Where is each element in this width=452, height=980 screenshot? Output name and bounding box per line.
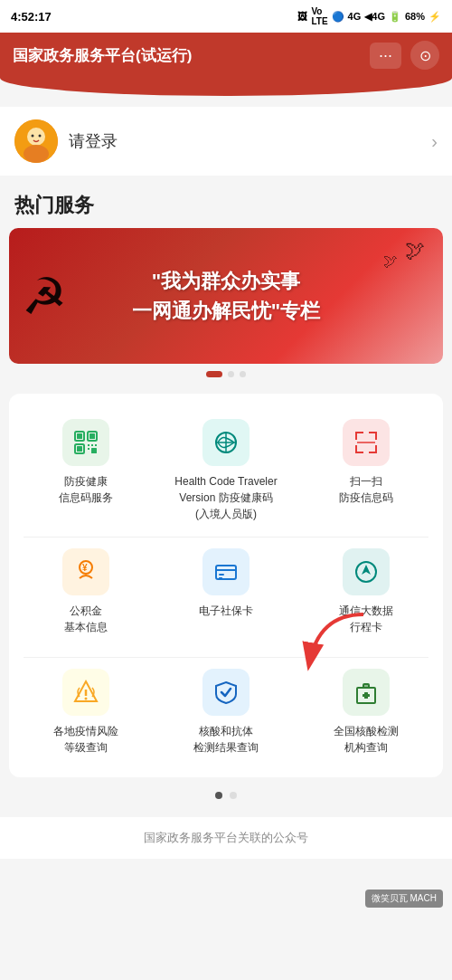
svg-rect-33 <box>219 577 222 578</box>
svg-rect-43 <box>363 694 370 697</box>
battery-level: 68% <box>405 11 425 22</box>
service-item-travel-card[interactable]: 通信大数据行程卡 <box>296 538 436 650</box>
dove-icon-2: 🕊 <box>383 253 398 270</box>
banner-dots <box>0 371 452 377</box>
svg-rect-13 <box>95 444 97 446</box>
nav-actions: ··· ⊙ <box>370 41 439 70</box>
traveler-label: Health Code TravelerVersion 防疫健康码(入境人员版) <box>174 473 277 522</box>
svg-rect-20 <box>355 432 357 440</box>
status-time: 4:52:17 <box>11 10 52 24</box>
page-dot-2 <box>230 792 237 799</box>
footer-text: 国家政务服务平台关联的公众号 <box>144 831 308 844</box>
housing-label: 公积金基本信息 <box>64 603 108 635</box>
social-security-label: 电子社保卡 <box>199 603 253 619</box>
service-item-housing[interactable]: ¥ 公积金基本信息 <box>16 538 156 650</box>
svg-rect-15 <box>91 448 97 453</box>
svg-rect-32 <box>219 574 224 576</box>
row2-container: ¥ 公积金基本信息 电子社保卡 <box>16 538 436 650</box>
login-section[interactable]: 请登录 › <box>0 107 452 176</box>
nav-title: 国家政务服务平台(试运行) <box>13 45 370 66</box>
banner-quote-line2: 一网通办解民忧"专栏 <box>132 296 320 326</box>
dot-3 <box>240 371 246 377</box>
test-query-label: 核酸和抗体检测结果查询 <box>193 723 259 756</box>
svg-rect-11 <box>88 444 89 446</box>
section-title: 热门服务 <box>0 176 452 228</box>
service-grid-row3: 各地疫情风险等级查询 核酸和抗体检测结果查询 全国 <box>16 658 436 770</box>
test-query-icon <box>202 669 250 716</box>
scan-button[interactable]: ⊙ <box>410 41 439 70</box>
scan-icon: ⊙ <box>419 47 431 64</box>
footer: 国家政务服务平台关联的公众号 <box>0 817 452 859</box>
service-grid-row2: ¥ 公积金基本信息 电子社保卡 <box>16 538 436 650</box>
party-emblem: ☭ <box>22 267 67 326</box>
svg-rect-22 <box>375 432 377 440</box>
battery-icon: 🔋 <box>389 11 401 23</box>
scan-qr-icon <box>343 419 390 466</box>
svg-point-1 <box>27 128 45 146</box>
travel-card-icon <box>343 548 390 595</box>
avatar <box>14 119 58 163</box>
svg-rect-14 <box>88 448 89 450</box>
travel-card-label: 通信大数据行程卡 <box>339 603 393 635</box>
svg-point-2 <box>24 145 49 163</box>
page-dot-1 <box>215 792 222 799</box>
traveler-icon <box>202 419 250 466</box>
svg-point-4 <box>39 135 42 138</box>
service-item-hospital[interactable]: 全国核酸检测机构查询 <box>296 658 436 770</box>
service-item-health-code[interactable]: 防疫健康信息码服务 <box>16 408 156 537</box>
chevron-right-icon: › <box>431 131 438 152</box>
dot-2 <box>228 371 234 377</box>
login-prompt: 请登录 <box>69 130 118 152</box>
banner-quote-line1: "我为群众办实事 <box>132 266 320 296</box>
banner[interactable]: ☭ "我为群众办实事 一网通办解民忧"专栏 🕊 🕊 <box>9 228 443 364</box>
wave-decoration <box>0 78 452 96</box>
svg-rect-10 <box>77 446 82 452</box>
banner-content: "我为群众办实事 一网通办解民忧"专栏 <box>132 266 320 326</box>
scan-qr-label: 扫一扫防疫信息码 <box>339 473 393 506</box>
svg-rect-24 <box>355 445 357 453</box>
service-card: 防疫健康信息码服务 Health Code TravelerVersion 防疫… <box>9 394 443 777</box>
svg-point-38 <box>85 698 88 700</box>
more-button[interactable]: ··· <box>370 43 401 69</box>
page-dots <box>0 788 452 810</box>
housing-icon: ¥ <box>62 548 109 595</box>
svg-rect-30 <box>216 566 236 579</box>
health-code-label: 防疫健康信息码服务 <box>59 473 113 506</box>
svg-text:¥: ¥ <box>82 563 88 573</box>
svg-marker-35 <box>362 565 371 575</box>
svg-rect-26 <box>375 445 377 453</box>
nav-bar: 国家政务服务平台(试运行) ··· ⊙ <box>0 33 452 78</box>
watermark: 微笑贝瓦 MACH <box>365 890 443 908</box>
hospital-icon <box>343 669 390 716</box>
service-grid-row1: 防疫健康信息码服务 Health Code TravelerVersion 防疫… <box>16 408 436 537</box>
health-code-icon <box>62 419 109 466</box>
dove-icon: 🕊 <box>405 239 425 262</box>
svg-rect-8 <box>89 433 95 439</box>
hospital-label: 全国核酸检测机构查询 <box>334 723 399 756</box>
social-security-icon <box>202 548 250 595</box>
service-item-test-query[interactable]: 核酸和抗体检测结果查询 <box>156 658 297 770</box>
service-item-traveler[interactable]: Health Code TravelerVersion 防疫健康码(入境人员版) <box>156 408 297 537</box>
svg-rect-12 <box>91 444 93 446</box>
service-item-scan[interactable]: 扫一扫防疫信息码 <box>296 408 436 537</box>
service-item-social-security[interactable]: 电子社保卡 <box>156 538 297 650</box>
svg-point-3 <box>32 135 34 138</box>
status-icons: 🖼 VoLTE 🔵 4G ◀4G 🔋 68% ⚡ <box>297 6 441 26</box>
dot-1 <box>206 371 222 377</box>
charging-icon: ⚡ <box>428 11 441 23</box>
risk-icon <box>62 669 109 716</box>
status-bar: 4:52:17 🖼 VoLTE 🔵 4G ◀4G 🔋 68% ⚡ <box>0 0 452 33</box>
svg-rect-6 <box>77 433 82 439</box>
risk-label: 各地疫情风险等级查询 <box>53 723 118 756</box>
service-item-risk[interactable]: 各地疫情风险等级查询 <box>16 658 156 770</box>
